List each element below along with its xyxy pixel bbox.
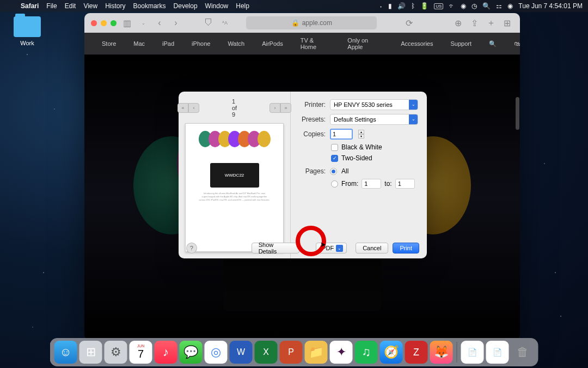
dock-launchpad[interactable]: ⊞ xyxy=(79,341,102,364)
to-label: to: xyxy=(384,180,391,188)
menu-edit[interactable]: Edit xyxy=(65,2,76,10)
menu-window[interactable]: Window xyxy=(205,2,229,10)
dock-separator xyxy=(457,342,457,363)
menu-bookmarks[interactable]: Bookmarks xyxy=(133,2,166,10)
printer-select[interactable]: HP ENVY 5530 series xyxy=(330,99,418,110)
dock-word[interactable]: W xyxy=(230,341,253,364)
sidebar-chevron-icon[interactable]: ⌄ xyxy=(137,17,149,28)
dialog-footer: ? Show Details PDF ⌄ Cancel Print xyxy=(179,238,427,258)
cancel-button[interactable]: Cancel xyxy=(356,243,388,254)
dock-document-1[interactable]: 📄 xyxy=(461,341,484,364)
folder-label: Work xyxy=(11,40,44,46)
back-button[interactable]: ‹ xyxy=(154,17,166,28)
copies-stepper[interactable]: ▴▾ xyxy=(358,130,364,138)
presets-select[interactable]: Default Settings xyxy=(330,114,418,125)
dock-music[interactable]: ♪ xyxy=(155,341,177,364)
preview-thumbnail: WWDC22 Introducing the all-new MacBook A… xyxy=(185,123,284,252)
to-input[interactable] xyxy=(395,179,415,189)
print-dialog: « ‹ 1 of 9 › » WWDC22 Introducing the al… xyxy=(179,92,427,258)
dock-excel[interactable]: X xyxy=(255,341,278,364)
dock-calendar[interactable]: JUN7 xyxy=(130,341,152,364)
volume-icon[interactable]: 🔊 xyxy=(397,2,406,10)
reload-button[interactable]: ⟳ xyxy=(403,17,415,28)
bw-checkbox[interactable] xyxy=(331,144,338,151)
nav-store[interactable]: Store xyxy=(102,40,116,47)
pages-all-radio[interactable] xyxy=(330,168,337,175)
print-button[interactable]: Print xyxy=(393,243,419,254)
menu-view[interactable]: View xyxy=(83,2,97,10)
print-preview-pane: « ‹ 1 of 9 › » WWDC22 Introducing the al… xyxy=(179,92,291,258)
apple-menu-icon[interactable] xyxy=(5,2,13,10)
desktop-folder-work[interactable]: Work xyxy=(11,16,44,46)
scrollbar[interactable] xyxy=(516,97,519,130)
nav-tvhome[interactable]: TV & Home xyxy=(301,37,330,50)
prev-page-button[interactable]: ‹ xyxy=(188,103,199,113)
control-center-icon[interactable]: ⚏ xyxy=(496,2,502,10)
user-icon[interactable]: ◉ xyxy=(461,2,466,10)
wifi-icon[interactable]: ᯤ xyxy=(449,2,455,10)
nav-watch[interactable]: Watch xyxy=(228,40,244,47)
menu-help[interactable]: Help xyxy=(236,2,249,10)
nav-search-icon[interactable]: 🔍 xyxy=(489,40,497,47)
minimize-window-button[interactable] xyxy=(101,20,107,26)
menu-file[interactable]: File xyxy=(46,2,57,10)
close-window-button[interactable] xyxy=(91,20,97,26)
downloads-icon[interactable]: ⊕ xyxy=(452,17,464,28)
maximize-window-button[interactable] xyxy=(111,20,117,26)
first-page-button[interactable]: « xyxy=(177,103,188,113)
nav-iphone[interactable]: iPhone xyxy=(192,40,210,47)
nav-ipad[interactable]: iPad xyxy=(162,40,174,47)
dock-slack[interactable]: ✦ xyxy=(330,341,353,364)
help-button[interactable]: ? xyxy=(186,243,197,254)
menu-develop[interactable]: Develop xyxy=(174,2,198,10)
battery-icon[interactable]: 🔋 xyxy=(420,2,428,10)
pdf-dropdown-button[interactable]: PDF ⌄ xyxy=(316,243,347,254)
chevron-down-icon xyxy=(409,100,418,110)
last-page-button[interactable]: » xyxy=(280,103,291,113)
show-details-button[interactable]: Show Details xyxy=(252,243,300,254)
dock-trash[interactable]: 🗑 xyxy=(511,341,534,364)
bluetooth-icon[interactable]: ᛒ xyxy=(411,2,415,10)
forward-button[interactable]: › xyxy=(170,17,182,28)
address-bar[interactable]: 🔒 apple.com xyxy=(246,16,377,29)
dock-chrome[interactable]: ◎ xyxy=(205,341,228,364)
input-source-icon[interactable]: US xyxy=(434,3,443,9)
nav-mac[interactable]: Mac xyxy=(133,40,145,47)
menu-history[interactable]: History xyxy=(105,2,125,10)
tabs-overview-icon[interactable]: ⊞ xyxy=(501,17,513,28)
share-icon[interactable]: ⇪ xyxy=(469,17,481,28)
siri-icon[interactable]: ◉ xyxy=(507,2,513,10)
dock-safari[interactable]: 🧭 xyxy=(380,341,403,364)
from-input[interactable] xyxy=(362,179,381,189)
next-page-button[interactable]: › xyxy=(270,103,280,113)
dock-folder[interactable]: 📁 xyxy=(305,341,328,364)
dock-spotify[interactable]: ♫ xyxy=(355,341,378,364)
text-size-icon[interactable]: ᴬA xyxy=(219,17,231,28)
pages-range-radio[interactable] xyxy=(331,180,338,188)
nav-only[interactable]: Only on Apple xyxy=(347,37,383,50)
new-tab-button[interactable]: ＋ xyxy=(485,17,497,28)
clock-icon[interactable]: ◷ xyxy=(471,2,477,10)
shield-icon[interactable]: ⛉ xyxy=(203,17,215,28)
app-name[interactable]: Safari xyxy=(21,2,39,10)
nav-bag-icon[interactable]: 🛍 xyxy=(514,40,520,47)
dock-finder[interactable]: ☺ xyxy=(54,341,77,364)
dock-settings[interactable]: ⚙ xyxy=(105,341,127,364)
dock-document-2[interactable]: 📄 xyxy=(486,341,509,364)
dock-messages[interactable]: 💬 xyxy=(180,341,203,364)
twosided-checkbox[interactable] xyxy=(331,155,338,162)
menubar-clock[interactable]: Tue Jun 7 4:54:01 PM xyxy=(518,2,583,10)
dock-firefox[interactable]: 🦊 xyxy=(430,341,453,364)
dock-zotero[interactable]: Z xyxy=(405,341,428,364)
dock-powerpoint[interactable]: P xyxy=(280,341,303,364)
copies-input[interactable] xyxy=(330,129,353,140)
nav-support[interactable]: Support xyxy=(450,40,471,47)
sidebar-toggle-icon[interactable]: ▥ xyxy=(121,17,133,28)
phone-icon[interactable]: ▮ xyxy=(388,2,392,10)
spotlight-icon[interactable]: 🔍 xyxy=(482,2,491,10)
pages-all-label: All xyxy=(341,167,348,175)
presets-label: Presets: xyxy=(299,116,326,123)
nav-airpods[interactable]: AirPods xyxy=(262,40,283,47)
nav-accessories[interactable]: Accessories xyxy=(401,40,433,47)
dropbox-icon[interactable]: ⬪ xyxy=(379,2,383,10)
